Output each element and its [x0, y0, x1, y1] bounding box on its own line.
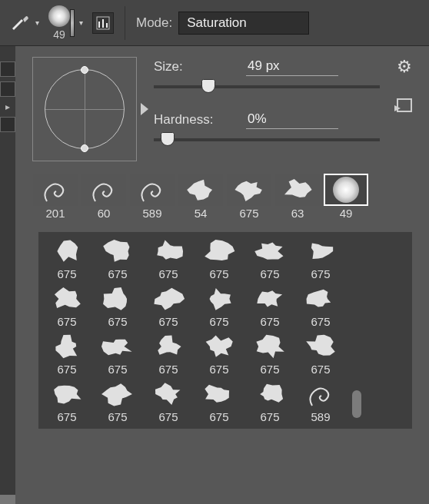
brush-grid-item[interactable]: 589 — [295, 378, 346, 426]
svg-marker-20 — [256, 335, 284, 359]
brush-size-label: 675 — [260, 363, 279, 376]
hardness-value[interactable]: 0% — [246, 110, 338, 129]
recent-brush-item[interactable]: 60 — [81, 174, 127, 220]
svg-marker-17 — [101, 340, 132, 356]
brush-grid-item[interactable]: 675 — [244, 330, 295, 378]
svg-marker-2 — [234, 181, 261, 201]
slider-thumb[interactable] — [201, 79, 215, 93]
brush-grid-item[interactable]: 675 — [194, 283, 244, 330]
brush-grid-item[interactable]: 675 — [92, 235, 143, 283]
brush-size-label: 675 — [108, 363, 127, 376]
rail-cell[interactable] — [0, 117, 15, 132]
svg-marker-1 — [187, 180, 212, 201]
recent-brush-item[interactable]: 54 — [178, 174, 224, 220]
brush-thumb-splat — [249, 380, 291, 409]
brush-size-label: 675 — [158, 363, 178, 376]
brush-grid-item[interactable]: 675 — [92, 330, 143, 378]
brush-thumb-splat — [46, 332, 88, 361]
brush-grid-item[interactable]: 675 — [244, 378, 295, 426]
chevron-down-icon[interactable]: ▾ — [76, 18, 86, 27]
brush-grid-item[interactable]: 675 — [194, 378, 244, 426]
svg-marker-5 — [103, 240, 129, 262]
brush-grid-item[interactable]: 675 — [42, 378, 92, 426]
scrollbar[interactable] — [352, 235, 363, 426]
new-preset-icon[interactable] — [397, 98, 412, 112]
roundness-handle[interactable] — [81, 66, 88, 74]
svg-marker-4 — [57, 240, 78, 261]
brush-size-label: 675 — [57, 315, 76, 328]
slider-thumb[interactable] — [161, 132, 175, 146]
brush-grid-item[interactable]: 675 — [194, 330, 244, 378]
brush-grid-item[interactable]: 675 — [42, 235, 92, 283]
rail-cell[interactable] — [0, 61, 15, 77]
brush-grid-item[interactable]: 675 — [244, 283, 295, 330]
brush-grid-item[interactable]: 675 — [143, 378, 194, 426]
brush-thumb-splat — [148, 380, 189, 409]
brush-thumb-soft — [333, 177, 359, 203]
brush-grid-item[interactable]: 675 — [42, 330, 92, 378]
brush-size-label: 675 — [108, 267, 127, 280]
brush-thumb-splat — [46, 284, 88, 313]
recent-brush-item[interactable]: 201 — [32, 174, 78, 220]
angle-arrow-icon[interactable] — [141, 103, 148, 115]
brush-angle-control[interactable] — [32, 57, 137, 161]
brush-grid-item[interactable]: 675 — [42, 283, 92, 330]
svg-marker-18 — [158, 335, 181, 354]
svg-marker-12 — [154, 288, 185, 310]
svg-marker-16 — [55, 335, 77, 359]
brush-grid-item[interactable]: 675 — [92, 378, 143, 426]
brush-preview-circle — [48, 5, 70, 27]
brush-thumb-splat — [249, 332, 291, 361]
brush-grid-container: 6756756756756756756756756756756756756756… — [38, 232, 412, 429]
scrollbar-thumb[interactable] — [352, 390, 361, 418]
recent-brush-item[interactable]: 49 — [323, 174, 369, 220]
chevron-down-icon[interactable]: ▾ — [32, 18, 42, 27]
brush-panel-toggle[interactable] — [92, 12, 114, 34]
recent-brush-item[interactable]: 589 — [129, 174, 175, 220]
separator — [125, 6, 125, 40]
brush-size-label: 675 — [57, 267, 76, 280]
blend-mode-dropdown[interactable]: Saturation — [178, 12, 309, 35]
options-bar: ▾ 49 ▾ Mode: Saturation — [0, 0, 429, 46]
brush-settings: Size: 49 px Hardness: 0% ⚙ — [15, 46, 429, 169]
svg-marker-15 — [307, 290, 331, 307]
brush-thumb-splat — [97, 380, 138, 409]
roundness-handle[interactable] — [81, 144, 88, 152]
brush-grid-item[interactable]: 675 — [295, 283, 346, 330]
brush-thumb-splat — [46, 380, 88, 409]
brush-thumb-splat — [277, 175, 318, 204]
brush-size-label: 675 — [57, 410, 76, 423]
tool-selector[interactable]: ▾ — [8, 12, 42, 35]
brush-thumb-splat — [148, 237, 189, 266]
brush-thumb-splat — [228, 175, 270, 204]
brush-thumb-swirl — [136, 175, 168, 204]
brush-thumb-splat — [249, 237, 291, 266]
rail-cell[interactable] — [0, 81, 15, 97]
svg-marker-14 — [257, 290, 282, 307]
brush-grid-item[interactable]: 675 — [295, 330, 346, 378]
brush-size-label: 675 — [311, 267, 330, 280]
brush-grid-item[interactable]: 675 — [143, 235, 194, 283]
recent-brush-item[interactable]: 63 — [274, 174, 321, 220]
brush-size-label: 675 — [239, 207, 258, 220]
hardness-slider[interactable] — [154, 138, 380, 141]
brush-grid-item[interactable]: 675 — [143, 283, 194, 330]
svg-marker-6 — [157, 240, 183, 260]
flyout-arrow-icon[interactable]: ▸ — [0, 101, 15, 112]
brush-grid-item[interactable]: 675 — [194, 235, 244, 283]
brush-size-label: 675 — [260, 267, 279, 280]
brush-grid-item[interactable]: 675 — [143, 330, 194, 378]
brush-grid-item[interactable]: 675 — [295, 235, 346, 283]
brush-grid-item[interactable]: 675 — [244, 235, 295, 283]
brush-size-readout: 49 — [53, 28, 65, 41]
brush-grid-item[interactable]: 675 — [92, 283, 143, 330]
size-value[interactable]: 49 px — [246, 57, 338, 76]
brush-size-label: 675 — [209, 267, 228, 280]
gear-icon[interactable]: ⚙ — [397, 57, 412, 77]
brush-size-label: 675 — [209, 410, 228, 423]
brush-preset-panel: Size: 49 px Hardness: 0% ⚙ 2016 — [15, 46, 429, 504]
recent-brush-item[interactable]: 675 — [226, 174, 272, 220]
brush-preview[interactable]: 49 ▾ — [48, 5, 86, 41]
size-slider[interactable] — [154, 85, 380, 88]
svg-marker-9 — [311, 244, 333, 259]
